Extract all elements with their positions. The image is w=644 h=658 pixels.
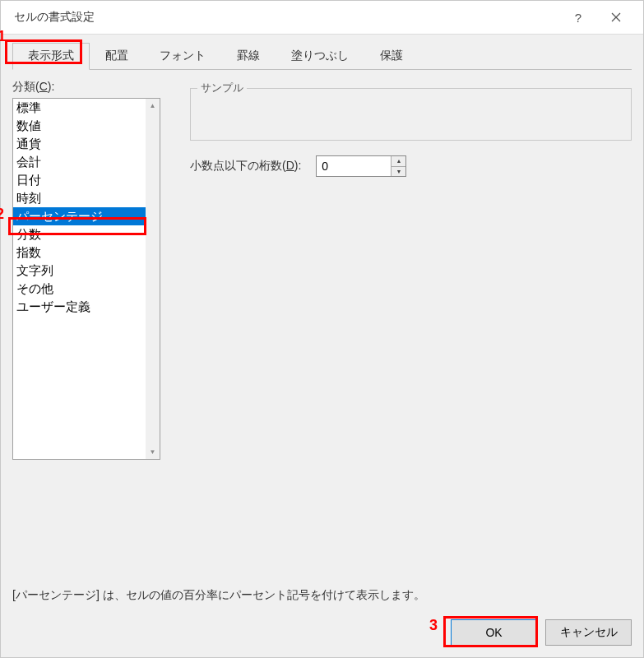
cancel-button[interactable]: キャンセル <box>545 619 632 646</box>
category-label: 分類(C): <box>12 80 177 95</box>
category-item[interactable]: 通貨 <box>13 135 146 153</box>
tab-4[interactable]: 塗りつぶし <box>276 43 364 69</box>
callout-2: 2 <box>0 206 4 223</box>
sample-legend: サンプル <box>197 81 247 95</box>
spinner-down-button[interactable]: ▼ <box>391 167 405 177</box>
category-item[interactable]: ユーザー定義 <box>13 298 146 316</box>
category-item[interactable]: 時刻 <box>13 189 146 207</box>
scrollbar[interactable]: ▲ ▼ <box>146 99 160 459</box>
spinner-up-button[interactable]: ▲ <box>391 156 405 167</box>
category-item[interactable]: その他 <box>13 280 146 298</box>
left-column: 分類(C): 標準数値通貨会計日付時刻パーセンテージ分数指数文字列その他ユーザー… <box>12 80 177 572</box>
tab-3[interactable]: 罫線 <box>221 43 276 69</box>
format-cells-dialog: セルの書式設定 ? 表示形式配置フォント罫線塗りつぶし保護 分類(C): 標準数… <box>0 0 644 658</box>
category-listbox[interactable]: 標準数値通貨会計日付時刻パーセンテージ分数指数文字列その他ユーザー定義 ▲ ▼ <box>12 98 160 460</box>
sample-groupbox: サンプル <box>190 88 632 141</box>
decimal-places-row: 小数点以下の桁数(D): ▲ ▼ <box>190 155 632 177</box>
tab-1[interactable]: 配置 <box>90 43 144 69</box>
spinner-buttons: ▲ ▼ <box>391 156 405 176</box>
scroll-up-button[interactable]: ▲ <box>146 99 160 113</box>
tab-0[interactable]: 表示形式 <box>12 43 90 70</box>
decimal-places-label: 小数点以下の桁数(D): <box>190 159 301 174</box>
category-item[interactable]: 数値 <box>13 117 146 135</box>
scroll-down-button[interactable]: ▼ <box>146 445 160 459</box>
dialog-button-row: OK キャンセル <box>12 603 632 646</box>
category-item[interactable]: 分数 <box>13 225 146 243</box>
close-button[interactable] <box>597 1 635 34</box>
category-item[interactable]: 標準 <box>13 99 146 117</box>
close-icon <box>611 12 621 22</box>
tab-5[interactable]: 保護 <box>364 43 419 69</box>
callout-3: 3 <box>429 617 438 634</box>
callout-1: 1 <box>0 28 6 45</box>
titlebar: セルの書式設定 ? <box>1 1 643 34</box>
decimal-places-spinner[interactable]: ▲ ▼ <box>316 155 406 177</box>
dialog-content: 表示形式配置フォント罫線塗りつぶし保護 分類(C): 標準数値通貨会計日付時刻パ… <box>1 34 643 657</box>
ok-button[interactable]: OK <box>451 619 537 646</box>
format-description: [パーセンテージ] は、セルの値の百分率にパーセント記号を付けて表示します。 <box>12 588 632 603</box>
decimal-places-input[interactable] <box>317 156 391 176</box>
tab-2[interactable]: フォント <box>144 43 221 69</box>
category-item[interactable]: 文字列 <box>13 262 146 280</box>
help-button[interactable]: ? <box>559 1 597 34</box>
category-item[interactable]: 指数 <box>13 243 146 262</box>
category-item[interactable]: パーセンテージ <box>13 207 146 225</box>
tab-row: 表示形式配置フォント罫線塗りつぶし保護 <box>12 43 632 70</box>
tab-body: 分類(C): 標準数値通貨会計日付時刻パーセンテージ分数指数文字列その他ユーザー… <box>12 70 632 572</box>
category-item[interactable]: 日付 <box>13 171 146 189</box>
right-column: サンプル 小数点以下の桁数(D): ▲ ▼ <box>177 80 632 572</box>
window-title: セルの書式設定 <box>9 10 559 25</box>
category-item[interactable]: 会計 <box>13 153 146 171</box>
